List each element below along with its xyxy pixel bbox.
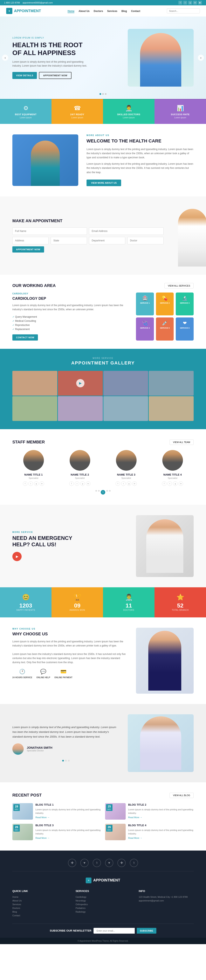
- footer-icon-cross: ✚: [68, 859, 76, 867]
- staff-gp-3[interactable]: g: [127, 481, 131, 486]
- staff-dot-4[interactable]: [106, 490, 108, 492]
- hero-prev-button[interactable]: ‹: [2, 55, 8, 61]
- doctor-input[interactable]: [127, 237, 163, 244]
- gallery-item-2[interactable]: ▶: [58, 371, 103, 396]
- nav-services[interactable]: Services: [107, 10, 117, 13]
- gallery-item-4[interactable]: [149, 371, 193, 396]
- google-icon[interactable]: g: [188, 1, 192, 5]
- play-button[interactable]: ▶: [76, 379, 84, 387]
- staff-pagination: 1: [13, 490, 193, 495]
- nav-search-area: [167, 8, 200, 13]
- address-input[interactable]: [13, 237, 49, 244]
- staff-gp-1[interactable]: g: [34, 481, 38, 486]
- quicklink-services[interactable]: Services: [13, 902, 67, 906]
- newsletter-input[interactable]: [93, 928, 135, 934]
- hero-dot-2[interactable]: [102, 93, 104, 95]
- footer-service-5[interactable]: Radiology: [76, 910, 131, 914]
- footer-service-4[interactable]: Pediatrics: [76, 906, 131, 910]
- hero-dot-1[interactable]: [100, 93, 101, 95]
- staff-tw-4[interactable]: t: [168, 481, 172, 486]
- footer-service-1[interactable]: Cardiology: [76, 895, 131, 899]
- hero-next-button[interactable]: ›: [198, 55, 204, 61]
- youtube-icon[interactable]: ▶: [198, 1, 202, 5]
- staff-gp-4[interactable]: g: [173, 481, 177, 486]
- quicklink-contact[interactable]: Contact: [13, 914, 67, 917]
- read-more-3[interactable]: Read More →: [35, 837, 49, 839]
- read-more-2[interactable]: Read More →: [128, 816, 142, 819]
- email-link[interactable]: appointment0000@gmail.com: [23, 2, 53, 4]
- nav-blog[interactable]: Blog: [122, 10, 127, 13]
- staff-fb-4[interactable]: f: [162, 481, 166, 486]
- phone-link[interactable]: 1 800 123 8789: [4, 2, 20, 4]
- staff-tw-2[interactable]: t: [75, 481, 79, 486]
- stats-section: 😊 1203 HAPPY PATIENTS 🏆 09 AWARDS WON 👨‍…: [0, 587, 206, 617]
- quicklink-doctors[interactable]: Doctors: [13, 906, 67, 910]
- blog-post-title-1[interactable]: BLOG TITLE 1: [35, 803, 101, 807]
- view-all-blog-button[interactable]: VIEW ALL BLOG: [170, 792, 193, 798]
- service-card-3[interactable]: 🔬 SERVICE 3: [176, 293, 193, 315]
- staff-fb-3[interactable]: f: [116, 481, 120, 486]
- blog-post-title-4[interactable]: BLOG TITLE 4: [128, 824, 193, 827]
- service-card-6[interactable]: ❤ SERVICE 6: [176, 317, 193, 340]
- footer-service-3[interactable]: Orthopedics: [76, 902, 131, 906]
- gallery-item-1[interactable]: [13, 371, 57, 396]
- gallery-item-5[interactable]: [13, 396, 57, 421]
- quicklink-blog[interactable]: Blog: [13, 910, 67, 914]
- blog-post-title-2[interactable]: BLOG TITLE 2: [128, 803, 193, 807]
- blog-post-title-3[interactable]: BLOG TITLE 3: [35, 824, 101, 827]
- hero-details-button[interactable]: VIEW DETAILS: [13, 72, 37, 79]
- twitter-icon[interactable]: t: [183, 1, 187, 5]
- view-more-button[interactable]: VIEW MORE ABOUT US: [87, 180, 121, 186]
- footer-service-2[interactable]: Neurology: [76, 899, 131, 902]
- testi-dot-3[interactable]: [68, 760, 70, 762]
- nav-doctors[interactable]: Doctors: [94, 10, 103, 13]
- why-doctor-figure: [148, 631, 181, 690]
- service-card-4[interactable]: 🩺 SERVICE 4: [136, 317, 154, 340]
- gallery-item-3[interactable]: [103, 371, 148, 396]
- service-card-2[interactable]: 💊 SERVICE 2: [156, 293, 174, 315]
- hero-dot-3[interactable]: [105, 93, 106, 95]
- department-input[interactable]: [89, 237, 125, 244]
- contact-now-button[interactable]: CONTACT NOW: [13, 334, 38, 340]
- full-name-input[interactable]: [13, 228, 87, 235]
- newsletter-button[interactable]: SUBSCRIBE: [137, 928, 156, 934]
- email-input[interactable]: [89, 228, 163, 235]
- staff-fb-1[interactable]: f: [23, 481, 27, 486]
- gallery-item-7[interactable]: [103, 396, 148, 421]
- view-all-team-button[interactable]: VIEW ALL TEAM: [170, 439, 193, 445]
- linkedin-icon[interactable]: in: [193, 1, 197, 5]
- staff-fb-2[interactable]: f: [69, 481, 74, 486]
- staff-dot-3[interactable]: 1: [101, 490, 105, 495]
- gallery-item-6[interactable]: [58, 396, 103, 421]
- facebook-icon[interactable]: f: [178, 1, 182, 5]
- quicklink-about[interactable]: About Us: [13, 899, 67, 902]
- quicklink-home[interactable]: Home: [13, 895, 67, 899]
- search-input[interactable]: [167, 8, 200, 13]
- staff-in-3[interactable]: in: [132, 481, 137, 486]
- staff-in-1[interactable]: in: [40, 481, 44, 486]
- staff-in-2[interactable]: in: [86, 481, 90, 486]
- blog-image-2: 25 DEC: [105, 803, 126, 819]
- testi-dot-2[interactable]: [65, 760, 67, 762]
- nav-about[interactable]: About Us: [79, 10, 89, 13]
- nav-home[interactable]: Home: [68, 10, 74, 13]
- read-more-4[interactable]: Read More →: [128, 837, 142, 839]
- staff-dot-2[interactable]: [98, 490, 100, 492]
- staff-dot-1[interactable]: [95, 490, 97, 492]
- read-more-1[interactable]: Read More →: [35, 816, 49, 819]
- appointment-submit-button[interactable]: APPOINTMENT NOW: [13, 247, 44, 253]
- hero-appointment-button[interactable]: APPOINTMENT NOW: [39, 72, 71, 79]
- service-card-1[interactable]: 🏥 SERVICE 1: [136, 293, 154, 315]
- staff-tw-1[interactable]: t: [29, 481, 33, 486]
- service-card-5[interactable]: 💉 SERVICE 5: [156, 317, 174, 340]
- staff-tw-3[interactable]: t: [121, 481, 126, 486]
- staff-dot-5[interactable]: [109, 490, 111, 492]
- staff-gp-2[interactable]: g: [80, 481, 85, 486]
- testi-dot-1[interactable]: [62, 760, 64, 762]
- state-input[interactable]: [51, 237, 87, 244]
- play-button[interactable]: ▶: [13, 552, 22, 561]
- staff-in-4[interactable]: in: [179, 481, 183, 486]
- gallery-item-8[interactable]: [149, 396, 193, 421]
- view-all-services-button[interactable]: VIEW ALL SERVICES: [165, 283, 193, 288]
- nav-contact[interactable]: Contact: [131, 10, 140, 13]
